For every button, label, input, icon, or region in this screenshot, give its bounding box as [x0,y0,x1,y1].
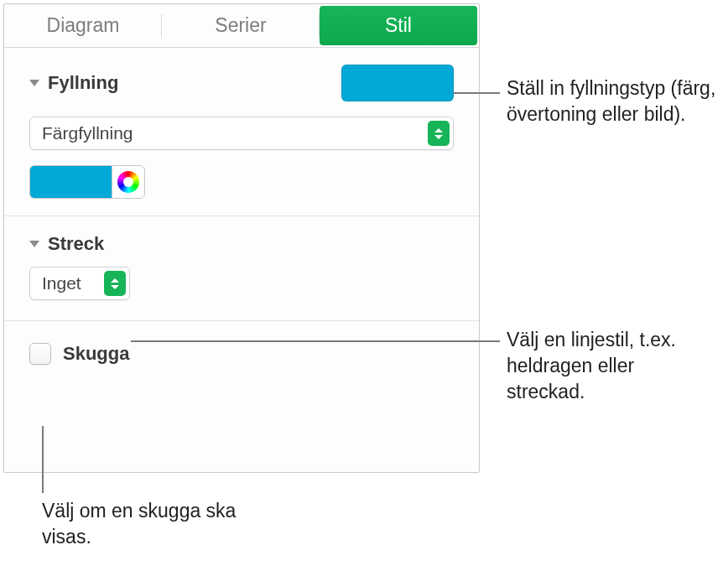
section-stroke: Streck Inget [4,216,479,321]
section-fill-title: Fyllning [48,72,118,94]
section-shadow: Skugga [4,321,479,378]
fill-type-label: Färgfyllning [42,123,133,143]
section-stroke-title: Streck [48,233,104,255]
chevron-down-icon [29,80,39,86]
color-wheel-button[interactable] [112,165,145,199]
callout-line [453,92,500,94]
tab-bar: Diagram Serier Stil [4,4,479,48]
section-stroke-header: Streck [29,233,454,255]
callout-line [42,426,44,493]
fill-color-row [29,165,454,199]
fill-color-swatch[interactable] [29,165,112,199]
tab-stil[interactable]: Stil [320,6,477,45]
fill-preview-swatch[interactable] [341,65,454,101]
section-shadow-title: Skugga [63,343,129,365]
callout-stroke: Välj en linjestil, t.ex. heldragen eller… [507,327,716,405]
section-fill-title-wrap[interactable]: Fyllning [29,72,118,94]
popup-arrows-icon [104,271,126,296]
section-stroke-title-wrap[interactable]: Streck [29,233,104,255]
tab-diagram[interactable]: Diagram [4,4,162,47]
callout-line [131,340,500,342]
callout-shadow: Välj om en skugga ska visas. [42,498,260,550]
style-panel: Diagram Serier Stil Fyllning Färgfyllnin… [3,3,480,473]
shadow-checkbox[interactable] [29,343,51,365]
popup-arrows-icon [428,121,450,146]
section-fill: Fyllning Färgfyllning [4,48,479,216]
fill-type-popup[interactable]: Färgfyllning [29,117,454,150]
callout-fill: Ställ in fyllningstyp (färg, övertoning … [507,75,716,127]
shadow-row: Skugga [29,338,454,370]
stroke-style-popup[interactable]: Inget [29,267,130,300]
tab-serier[interactable]: Serier [162,4,320,47]
stroke-style-label: Inget [42,273,81,293]
chevron-down-icon [29,241,39,247]
section-fill-header: Fyllning [29,65,454,101]
color-wheel-icon [117,171,139,193]
